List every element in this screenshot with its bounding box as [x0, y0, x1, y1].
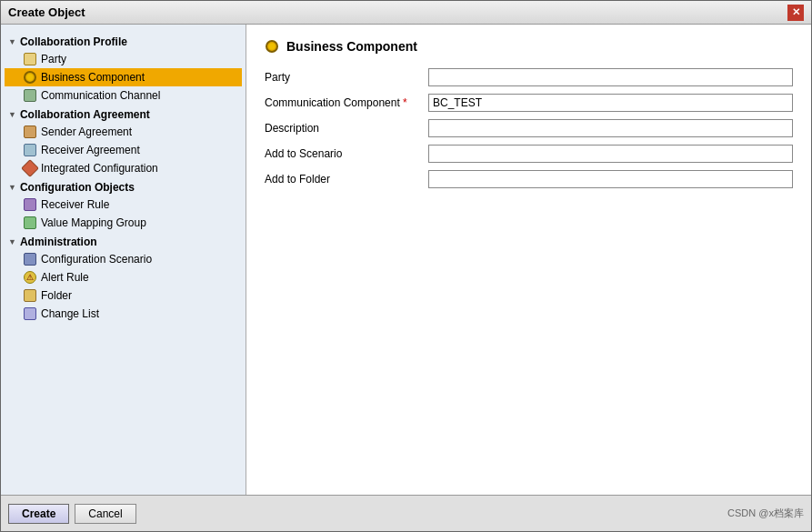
label-communication-component: Communication Component [265, 96, 428, 109]
watermark: CSDN @x档案库 [727, 507, 804, 520]
tree-item-sender-agreement[interactable]: Sender Agreement [5, 123, 242, 141]
party-icon [23, 52, 37, 66]
comm-channel-icon [23, 88, 37, 103]
tree-item-change-list[interactable]: Change List [5, 305, 242, 323]
input-add-to-scenario[interactable] [428, 145, 793, 163]
input-description[interactable] [428, 119, 793, 137]
tree-item-communication-channel[interactable]: Communication Channel [5, 86, 242, 105]
tree-item-alert-rule[interactable]: ⚠ Alert Rule [5, 268, 242, 286]
input-party[interactable] [428, 68, 793, 86]
label-add-to-scenario: Add to Scenario [265, 147, 428, 160]
label-party: Party [265, 71, 428, 84]
form-row-communication-component: Communication Component [265, 94, 793, 112]
left-panel: Collaboration Profile Party Business Com… [1, 25, 246, 495]
tree-item-configuration-scenario[interactable]: Configuration Scenario [5, 250, 242, 268]
close-button[interactable]: ✕ [787, 5, 804, 21]
label-description: Description [265, 122, 428, 135]
integrated-config-icon [23, 161, 37, 176]
tree-item-value-mapping-group[interactable]: Value Mapping Group [5, 214, 242, 232]
bottom-bar: Create Cancel CSDN @x档案库 [1, 495, 811, 531]
alert-rule-icon: ⚠ [23, 270, 37, 285]
tree-item-receiver-agreement[interactable]: Receiver Agreement [5, 141, 242, 159]
tree-item-receiver-rule[interactable]: Receiver Rule [5, 196, 242, 214]
section-configuration-objects[interactable]: Configuration Objects [5, 177, 242, 196]
config-scenario-icon [23, 252, 37, 266]
tree-item-party[interactable]: Party [5, 50, 242, 68]
content-area: Collaboration Profile Party Business Com… [1, 25, 811, 495]
title-bar: Create Object ✕ [1, 1, 811, 25]
input-add-to-folder[interactable] [428, 170, 793, 188]
section-collaboration-agreement[interactable]: Collaboration Agreement [5, 105, 242, 123]
form-row-description: Description [265, 119, 793, 137]
business-component-icon [23, 70, 37, 85]
change-list-icon [23, 306, 37, 321]
receiver-rule-icon [23, 197, 37, 212]
input-communication-component[interactable] [428, 94, 793, 112]
dialog-title: Create Object [8, 5, 85, 19]
folder-icon [23, 288, 37, 303]
form-row-add-to-scenario: Add to Scenario [265, 145, 793, 163]
form-title: Business Component [265, 39, 793, 54]
create-object-dialog: Create Object ✕ Collaboration Profile Pa… [0, 0, 812, 532]
section-collaboration-profile[interactable]: Collaboration Profile [5, 32, 242, 50]
sender-agreement-icon [23, 125, 37, 139]
receiver-agreement-icon [23, 143, 37, 157]
value-mapping-icon [23, 216, 37, 230]
form-row-party: Party [265, 68, 793, 86]
tree-item-business-component[interactable]: Business Component [5, 68, 242, 86]
tree-item-integrated-configuration[interactable]: Integrated Configuration [5, 159, 242, 177]
form-title-icon [265, 39, 279, 54]
form-row-add-to-folder: Add to Folder [265, 170, 793, 188]
section-administration[interactable]: Administration [5, 232, 242, 250]
label-add-to-folder: Add to Folder [265, 173, 428, 186]
bottom-buttons: Create Cancel [8, 504, 136, 524]
right-panel: Business Component Party Communication C… [246, 25, 811, 495]
cancel-button[interactable]: Cancel [75, 504, 135, 524]
create-button[interactable]: Create [8, 504, 69, 524]
tree-item-folder[interactable]: Folder [5, 286, 242, 305]
